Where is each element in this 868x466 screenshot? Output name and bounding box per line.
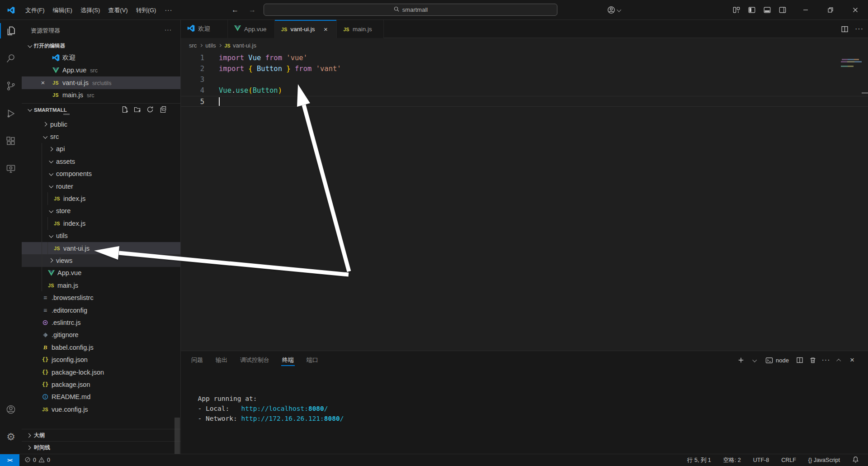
sidebar-scrollbar-thumb[interactable]	[175, 418, 180, 454]
menu-item[interactable]: 文件(F)	[21, 5, 49, 16]
tree-folder-store[interactable]: store	[22, 205, 181, 217]
panel-tab-输出[interactable]: 输出	[216, 351, 227, 369]
chevron-up-icon[interactable]	[835, 356, 843, 364]
open-editor-item[interactable]: ×JSvant-ui.jssrc\utils	[22, 76, 181, 89]
panel-tab-问题[interactable]: 问题	[191, 351, 203, 369]
more-icon[interactable]: ···	[822, 356, 830, 364]
titlebar-account[interactable]	[607, 0, 620, 20]
activitybar-source-control-icon[interactable]	[0, 75, 22, 97]
status-encoding[interactable]: UTF-8	[753, 457, 769, 463]
problems-status[interactable]: 0 0	[24, 456, 50, 464]
toggle-secondary-sidebar-icon[interactable]	[775, 3, 790, 17]
menu-item[interactable]: 编辑(E)	[49, 5, 76, 16]
close-icon[interactable]: ×	[39, 79, 47, 86]
terminal-output[interactable]: App running at: - Local: http://localhos…	[190, 394, 344, 423]
refresh-icon[interactable]	[146, 106, 154, 113]
tree-file-jsconfig.json[interactable]: {}jsconfig.json	[22, 353, 181, 366]
status-language[interactable]: {} JavaScript	[808, 457, 840, 463]
tree-file-README.md[interactable]: README.md	[22, 391, 181, 403]
breadcrumb-item[interactable]: JSvant-ui.js	[224, 42, 256, 49]
tree-folder-public[interactable]: public	[22, 118, 181, 130]
tree-file-package-lock.json[interactable]: {}package-lock.json	[22, 366, 181, 378]
close-icon[interactable]: ×	[848, 356, 856, 364]
menu-item[interactable]: 查看(V)	[104, 5, 132, 16]
code-text: import Vue from 'vue'	[219, 52, 307, 63]
menu-item[interactable]: 选择(S)	[76, 5, 104, 16]
tree-file-index.js[interactable]: JSindex.js	[22, 192, 181, 204]
tree-file-.browserslistrc[interactable]: ≡.browserslistrc	[22, 291, 181, 304]
tree-file-main.js[interactable]: JSmain.js	[22, 279, 181, 291]
trash-icon[interactable]	[809, 356, 817, 364]
split-terminal-icon[interactable]	[796, 356, 804, 364]
toggle-sidebar-icon[interactable]	[744, 3, 760, 17]
tree-scrollbar-thumb[interactable]	[63, 114, 70, 115]
activitybar-search-icon[interactable]	[0, 48, 22, 69]
activitybar-remote-explorer-icon[interactable]	[0, 158, 22, 180]
status-indentation[interactable]: 空格: 2	[723, 456, 741, 464]
activitybar-account-icon[interactable]	[0, 399, 22, 420]
menu-item[interactable]: 转到(G)	[132, 5, 160, 16]
status-eol[interactable]: CRLF	[781, 457, 796, 463]
panel-tab-终端[interactable]: 终端	[282, 351, 294, 369]
outline-section[interactable]: 大纲	[22, 429, 181, 441]
history-forward-icon[interactable]: →	[245, 0, 259, 20]
sidebar-more-icon[interactable]: ···	[163, 26, 173, 35]
tree-file-.editorconfig[interactable]: ≡.editorconfig	[22, 304, 181, 316]
panel-tab-端口[interactable]: 端口	[307, 351, 318, 369]
close-icon[interactable]: ×	[322, 25, 329, 33]
tree-file-babel.config.js[interactable]: Bbabel.config.js	[22, 341, 181, 353]
tree-folder-components[interactable]: components	[22, 168, 181, 180]
tree-file-App.vue[interactable]: App.vue	[22, 267, 181, 279]
tab-欢迎[interactable]: 欢迎	[181, 20, 228, 38]
tab-main.js[interactable]: JSmain.js	[337, 20, 384, 38]
timeline-section[interactable]: 时间线	[22, 441, 181, 453]
new-file-icon[interactable]	[121, 106, 128, 113]
tree-file-.eslintrc.js[interactable]: .eslintrc.js	[22, 316, 181, 328]
activitybar-run-debug-icon[interactable]	[0, 103, 22, 124]
maximize-icon[interactable]	[818, 0, 843, 20]
activitybar-explorer-icon[interactable]	[0, 20, 22, 42]
open-editor-item[interactable]: App.vuesrc	[22, 64, 181, 77]
chevron-down-icon[interactable]	[750, 356, 758, 364]
history-back-icon[interactable]: ←	[228, 0, 242, 20]
panel-tab-调试控制台[interactable]: 调试控制台	[240, 351, 269, 369]
new-folder-icon[interactable]	[134, 106, 141, 113]
code-editor[interactable]: 1import Vue from 'vue'2import { Button }…	[181, 52, 868, 351]
activitybar-settings-gear-icon[interactable]: ⚙	[0, 426, 22, 448]
tab-vant-ui.js[interactable]: JSvant-ui.js×	[275, 20, 337, 38]
toggle-panel-icon[interactable]	[760, 3, 775, 17]
code-line-5: 5	[181, 96, 868, 107]
remote-indicator[interactable]: ><	[0, 454, 19, 466]
terminal-instance-node[interactable]: node	[765, 356, 789, 364]
open-editor-item[interactable]: 欢迎	[22, 52, 181, 64]
split-editor-icon[interactable]	[841, 25, 849, 33]
breadcrumb-item[interactable]: src	[189, 42, 197, 49]
tree-file-package.json[interactable]: {}package.json	[22, 378, 181, 390]
status-line-col[interactable]: 行 5, 列 1	[687, 456, 711, 464]
customize-layout-icon[interactable]	[729, 3, 744, 17]
activitybar-extensions-icon[interactable]	[0, 130, 22, 152]
menu-overflow-icon[interactable]: ···	[160, 6, 177, 14]
tree-file-vue.config.js[interactable]: JSvue.config.js	[22, 403, 181, 415]
command-center-search[interactable]: smartmall	[264, 4, 557, 16]
tree-folder-api[interactable]: api	[22, 143, 181, 155]
tree-file-index.js[interactable]: JSindex.js	[22, 217, 181, 229]
collapse-all-icon[interactable]	[159, 106, 166, 113]
close-icon[interactable]	[843, 0, 868, 20]
open-editor-item[interactable]: JSmain.jssrc	[22, 89, 181, 102]
tab-App.vue[interactable]: App.vue	[228, 20, 275, 38]
breadcrumb-item[interactable]: utils	[205, 42, 216, 49]
tree-file-vant-ui.js[interactable]: JSvant-ui.js	[22, 242, 181, 254]
open-editors-header[interactable]: 打开的编辑器	[22, 40, 181, 52]
tree-folder-views[interactable]: views	[22, 254, 181, 266]
tree-folder-router[interactable]: router	[22, 180, 181, 192]
project-section-header[interactable]: SMARTMALL	[22, 103, 181, 116]
minimize-icon[interactable]	[793, 0, 818, 20]
tree-folder-src[interactable]: src	[22, 130, 181, 143]
add-terminal-icon[interactable]	[737, 356, 745, 364]
tree-folder-assets[interactable]: assets	[22, 155, 181, 167]
bell-icon[interactable]	[852, 456, 859, 464]
tree-file-.gitignore[interactable]: .gitignore	[22, 329, 181, 341]
editor-more-icon[interactable]: ···	[855, 25, 863, 33]
tree-folder-utils[interactable]: utils	[22, 230, 181, 242]
